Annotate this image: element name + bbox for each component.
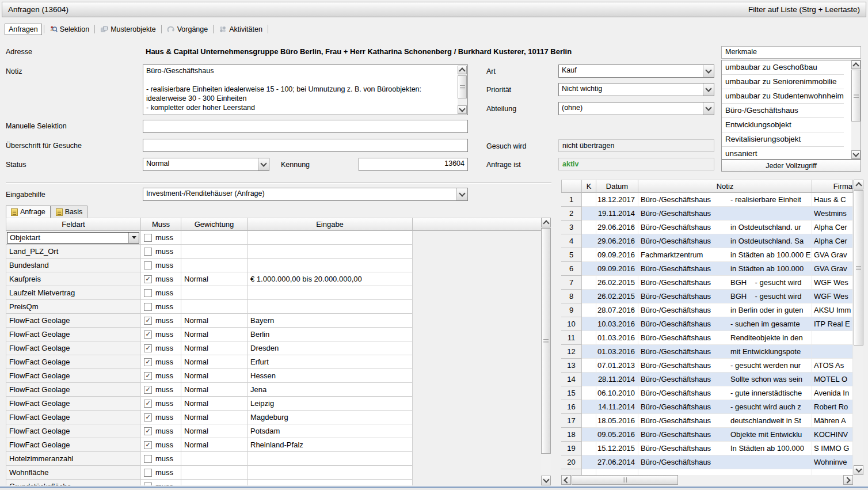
manuelle-selektion-input[interactable] bbox=[143, 120, 468, 133]
row-number-cell[interactable]: 7 bbox=[561, 276, 582, 290]
datum-cell[interactable]: 28.11.2014 bbox=[596, 373, 638, 386]
row-number-cell[interactable]: 17 bbox=[561, 414, 582, 428]
criteria-row[interactable]: Land_PLZ_Ortmuss bbox=[6, 245, 551, 259]
feldart-cell[interactable]: FlowFact Geolage bbox=[6, 341, 141, 355]
datum-cell[interactable]: 09.05.2016 bbox=[596, 428, 638, 442]
prioritaet-dropdown[interactable]: Nicht wichtig bbox=[558, 83, 714, 96]
row-number-cell[interactable]: 19 bbox=[561, 442, 582, 455]
row-number-cell[interactable]: 4 bbox=[561, 234, 582, 248]
eingabe-cell[interactable]: Berlin bbox=[248, 328, 413, 341]
merkmal-list-item[interactable]: Büro-/Geschäftshaus bbox=[722, 104, 844, 118]
criteria-row[interactable]: Wohnflächemuss bbox=[6, 466, 551, 480]
k-cell[interactable] bbox=[582, 455, 596, 469]
result-row[interactable]: 219.11.2014Büro-/GeschäftshausWestmins bbox=[561, 207, 864, 221]
firma-cell[interactable]: MOTEL O bbox=[812, 373, 853, 386]
result-row[interactable]: 609.09.2016Büro-/Geschäftshausin Städten… bbox=[561, 262, 864, 276]
notiz-cell[interactable]: Büro-/GeschäftshausSollte schon was sein bbox=[638, 373, 812, 386]
gewichtung-cell[interactable] bbox=[181, 245, 248, 259]
nav-tab-selektion[interactable]: Selektion bbox=[46, 24, 93, 35]
firma-cell[interactable]: Alpha Cer bbox=[812, 234, 853, 248]
criteria-row[interactable]: Objektartmuss bbox=[6, 231, 551, 245]
combobox-dropdown-button[interactable] bbox=[128, 233, 139, 243]
eingabe-cell[interactable]: Erfurt bbox=[248, 355, 413, 369]
scrollbar-right-button[interactable] bbox=[843, 475, 853, 485]
muss-cell[interactable]: muss bbox=[141, 245, 181, 259]
eingabe-cell[interactable] bbox=[248, 286, 413, 300]
muss-cell[interactable]: muss bbox=[141, 369, 181, 383]
firma-cell[interactable]: WGF Wes bbox=[812, 290, 853, 303]
merkmale-scrollbar[interactable] bbox=[851, 60, 861, 159]
muss-checkbox[interactable] bbox=[144, 413, 152, 421]
k-cell[interactable] bbox=[582, 359, 596, 373]
muss-checkbox[interactable] bbox=[144, 275, 152, 283]
gewichtung-cell[interactable]: Normal bbox=[181, 314, 248, 328]
datum-cell[interactable]: 01.03.2016 bbox=[596, 331, 638, 345]
dropdown-button[interactable] bbox=[703, 65, 714, 77]
feldart-cell[interactable]: Grundstücksfläche bbox=[6, 480, 141, 485]
row-number-cell[interactable]: 11 bbox=[561, 331, 582, 345]
feldart-cell[interactable]: FlowFact Geolage bbox=[6, 328, 141, 341]
datum-cell[interactable]: 26.02.2015 bbox=[596, 290, 638, 303]
k-cell[interactable] bbox=[582, 317, 596, 331]
criteria-row[interactable]: KaufpreismussNormal€ 1.000.000,00 bis 20… bbox=[6, 272, 551, 286]
feldart-cell[interactable]: Hotelzimmeranzahl bbox=[6, 452, 141, 466]
gewichtung-cell[interactable]: Normal bbox=[181, 411, 248, 424]
merkmale-footer-button[interactable]: Jeder Vollzugriff bbox=[721, 159, 861, 172]
gewichtung-cell[interactable]: Normal bbox=[181, 341, 248, 355]
criteria-row[interactable]: FlowFact GeolagemussNormalBayern bbox=[6, 314, 551, 328]
result-row[interactable]: 1506.10.2010Büro-/Geschäftshaus- gute in… bbox=[561, 386, 864, 400]
result-row[interactable]: 1010.03.2016Büro-/Geschäftshaus- suchen … bbox=[561, 317, 864, 331]
notiz-textarea[interactable]: Büro-/Geschäftshaus - realisierbare Einh… bbox=[143, 64, 468, 115]
datum-cell[interactable]: 18.12.2017 bbox=[596, 193, 638, 207]
muss-cell[interactable]: muss bbox=[141, 259, 181, 272]
eingabe-cell[interactable]: Bayern bbox=[248, 314, 413, 328]
eingabe-cell[interactable] bbox=[248, 245, 413, 259]
results-horizontal-scrollbar[interactable] bbox=[561, 475, 853, 485]
muss-checkbox[interactable] bbox=[144, 386, 152, 394]
scrollbar-left-button[interactable] bbox=[561, 475, 571, 485]
eingabe-cell[interactable] bbox=[248, 231, 413, 245]
scrollbar-down-button[interactable] bbox=[541, 476, 551, 485]
feldart-cell[interactable]: Kaufpreis bbox=[6, 272, 141, 286]
datum-cell[interactable]: 10.03.2016 bbox=[596, 317, 638, 331]
gewichtung-cell[interactable]: Normal bbox=[181, 355, 248, 369]
gewichtung-cell[interactable] bbox=[181, 231, 248, 245]
criteria-row[interactable]: FlowFact GeolagemussNormalMagdeburg bbox=[6, 411, 551, 424]
kennung-input[interactable]: 13604 bbox=[359, 158, 468, 171]
datum-cell[interactable]: 06.10.2010 bbox=[596, 386, 638, 400]
k-cell[interactable] bbox=[582, 234, 596, 248]
notiz-cell[interactable]: Büro-/Geschäftshaus bbox=[638, 207, 812, 221]
muss-cell[interactable]: muss bbox=[141, 452, 181, 466]
eingabehilfe-dropdown[interactable]: Investment-/Renditehäuser (Anfrage) bbox=[143, 188, 468, 201]
gewichtung-cell[interactable] bbox=[181, 286, 248, 300]
criteria-row[interactable]: Grundstücksflächemuss bbox=[6, 480, 551, 485]
k-cell[interactable] bbox=[582, 400, 596, 414]
datum-cell[interactable]: 09.09.2016 bbox=[596, 248, 638, 262]
result-row[interactable]: 1915.12.2015Büro-/GeschäftshausIn Städte… bbox=[561, 442, 864, 455]
feldart-cell[interactable]: FlowFact Geolage bbox=[6, 355, 141, 369]
eingabe-cell[interactable]: Leipzig bbox=[248, 397, 413, 411]
feldart-cell[interactable]: FlowFact Geolage bbox=[6, 424, 141, 438]
row-number-cell[interactable]: 1 bbox=[561, 193, 582, 207]
muss-cell[interactable]: muss bbox=[141, 383, 181, 397]
results-vertical-scrollbar[interactable] bbox=[854, 180, 863, 475]
firma-cell[interactable]: Avenida In bbox=[812, 386, 853, 400]
feldart-cell[interactable]: Laufzeit Mietvertrag bbox=[6, 286, 141, 300]
muss-checkbox[interactable] bbox=[144, 317, 152, 325]
result-row[interactable]: 1614.11.2014Büro-/Geschäftshaus- gesucht… bbox=[561, 400, 864, 414]
firma-cell[interactable] bbox=[812, 331, 853, 345]
column-header-datum[interactable]: Datum bbox=[596, 180, 638, 193]
notiz-cell[interactable]: Fachmarktzentrumin Städten ab 100.000 E bbox=[638, 248, 812, 262]
scrollbar-thumb[interactable] bbox=[458, 75, 467, 98]
row-number-cell[interactable]: 13 bbox=[561, 359, 582, 373]
k-cell[interactable] bbox=[582, 262, 596, 276]
feldart-cell[interactable]: FlowFact Geolage bbox=[6, 438, 141, 452]
k-cell[interactable] bbox=[582, 303, 596, 317]
notiz-cell[interactable]: Büro-/Geschäftshaus- suchen im gesamte bbox=[638, 317, 812, 331]
firma-cell[interactable]: KOCHINV bbox=[812, 428, 853, 442]
result-row[interactable]: 329.06.2016Büro-/Geschäftshausin Ostdeut… bbox=[561, 221, 864, 234]
feldart-cell[interactable]: FlowFact Geolage bbox=[6, 383, 141, 397]
result-row[interactable]: 2027.06.2014Büro-/GeschäftshausWohninve bbox=[561, 455, 864, 469]
firma-cell[interactable]: AKSU Imm bbox=[812, 303, 853, 317]
dropdown-button[interactable] bbox=[456, 188, 467, 200]
